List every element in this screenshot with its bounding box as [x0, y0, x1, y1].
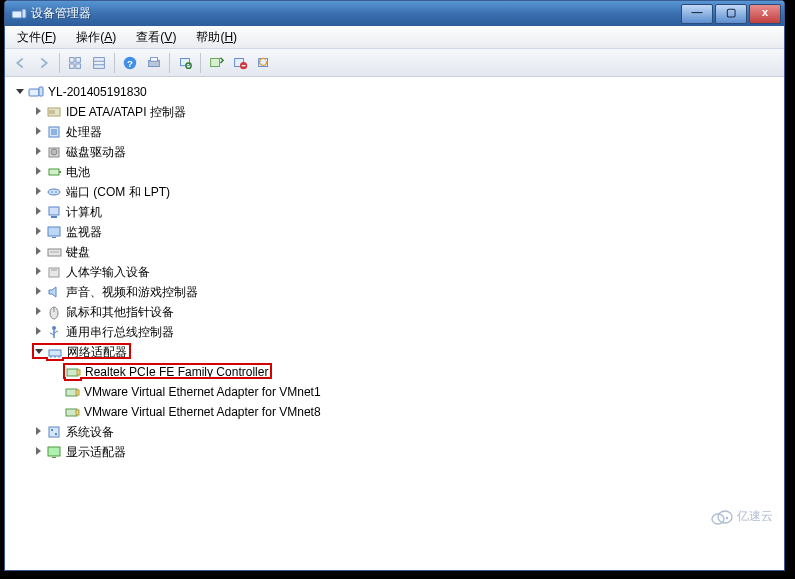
tree-node-label: 通用串行总线控制器	[66, 325, 174, 339]
svg-rect-28	[49, 169, 59, 175]
tree-node[interactable]: 监视器	[33, 221, 778, 241]
expand-arrow-icon[interactable]	[33, 126, 44, 137]
svg-rect-39	[49, 268, 59, 277]
tree-node-label: 声音、视频和游戏控制器	[66, 285, 198, 299]
svg-rect-6	[94, 57, 105, 68]
expand-arrow-icon[interactable]	[33, 186, 44, 197]
tree-node[interactable]: IDE ATA/ATAPI 控制器	[33, 101, 778, 121]
tree-root[interactable]: YL-201405191830	[15, 81, 778, 101]
svg-rect-58	[55, 433, 57, 435]
tree-node[interactable]: 电池	[33, 161, 778, 181]
svg-rect-35	[48, 227, 60, 236]
toolbar-separator	[169, 53, 170, 73]
expand-arrow-icon[interactable]	[34, 346, 45, 357]
tree-node[interactable]: 鼠标和其他指针设备	[33, 301, 778, 321]
svg-rect-29	[59, 171, 61, 173]
menu-action[interactable]: 操作(A)	[68, 27, 124, 48]
menu-view[interactable]: 查看(V)	[128, 27, 184, 48]
expand-arrow-icon[interactable]	[33, 106, 44, 117]
tree-leaf[interactable]: Realtek PCIe FE Family Controller	[51, 361, 778, 381]
view-details-icon[interactable]	[88, 52, 110, 74]
svg-rect-54	[66, 409, 77, 416]
tree-leaf[interactable]: VMware Virtual Ethernet Adapter for VMne…	[51, 381, 778, 401]
svg-rect-55	[76, 410, 79, 415]
tree-node[interactable]: 声音、视频和游戏控制器	[33, 281, 778, 301]
svg-rect-15	[211, 58, 220, 66]
svg-rect-23	[49, 110, 55, 114]
tree-node[interactable]: 系统设备	[33, 421, 778, 441]
minimize-button[interactable]: —	[681, 4, 713, 24]
svg-point-30	[48, 189, 60, 195]
close-button[interactable]: x	[749, 4, 781, 24]
tree-leaf-label: VMware Virtual Ethernet Adapter for VMne…	[84, 385, 321, 399]
tree-node[interactable]: 人体学输入设备	[33, 261, 778, 281]
tree-node[interactable]: 端口 (COM 和 LPT)	[33, 181, 778, 201]
tree-pane[interactable]: YL-201405191830IDE ATA/ATAPI 控制器处理器磁盘驱动器…	[5, 77, 784, 570]
tree-node-label: 磁盘驱动器	[66, 145, 126, 159]
expand-arrow-icon[interactable]	[33, 206, 44, 217]
tree-node[interactable]: 显示适配器	[33, 441, 778, 461]
expand-arrow-icon[interactable]	[33, 446, 44, 457]
tree-node[interactable]: 键盘	[33, 241, 778, 261]
tree-node[interactable]: 网络适配器	[33, 341, 778, 361]
tree-node[interactable]: 计算机	[33, 201, 778, 221]
svg-rect-25	[51, 129, 57, 135]
no-arrow	[51, 366, 62, 377]
tree-node-label: 电池	[66, 165, 90, 179]
no-arrow	[51, 386, 62, 397]
svg-rect-20	[29, 89, 39, 96]
app-icon	[11, 6, 27, 22]
svg-rect-51	[77, 370, 80, 375]
expand-arrow-icon[interactable]	[33, 226, 44, 237]
expand-arrow-icon[interactable]	[33, 286, 44, 297]
expand-arrow-icon[interactable]	[33, 246, 44, 257]
menubar: 文件(F) 操作(A) 查看(V) 帮助(H)	[5, 26, 784, 49]
tree-node-label: 端口 (COM 和 LPT)	[66, 185, 170, 199]
svg-rect-57	[51, 429, 53, 431]
disable-device-icon[interactable]	[253, 52, 275, 74]
expand-arrow-icon[interactable]	[33, 266, 44, 277]
update-driver-icon[interactable]	[205, 52, 227, 74]
no-arrow	[51, 406, 62, 417]
tree-node[interactable]: 磁盘驱动器	[33, 141, 778, 161]
tree-node[interactable]: 处理器	[33, 121, 778, 141]
svg-rect-34	[51, 216, 57, 218]
help-icon[interactable]: ?	[119, 52, 141, 74]
svg-rect-46	[49, 350, 61, 356]
svg-point-27	[51, 149, 57, 155]
expand-arrow-icon[interactable]	[33, 146, 44, 157]
svg-point-31	[51, 191, 53, 193]
expand-arrow-icon[interactable]	[15, 86, 26, 97]
scan-hardware-icon[interactable]	[174, 52, 196, 74]
maximize-button[interactable]: ▢	[715, 4, 747, 24]
svg-rect-3	[76, 57, 80, 61]
expand-arrow-icon[interactable]	[33, 306, 44, 317]
svg-rect-21	[39, 87, 43, 96]
tree-node[interactable]: 通用串行总线控制器	[33, 321, 778, 341]
svg-rect-12	[150, 57, 157, 61]
view-large-icons-icon[interactable]	[64, 52, 86, 74]
svg-point-63	[726, 516, 728, 518]
window-title: 设备管理器	[31, 5, 680, 22]
menu-file[interactable]: 文件(F)	[9, 27, 64, 48]
toolbar-separator	[114, 53, 115, 73]
svg-rect-5	[76, 63, 80, 67]
svg-rect-60	[52, 457, 56, 458]
uninstall-device-icon[interactable]	[229, 52, 251, 74]
tree-node-label: 处理器	[66, 125, 102, 139]
svg-rect-53	[76, 390, 79, 395]
svg-rect-13	[181, 58, 190, 65]
tree-node-label: 系统设备	[66, 425, 114, 439]
expand-arrow-icon[interactable]	[33, 326, 44, 337]
tree-node-label: 键盘	[66, 245, 90, 259]
expand-arrow-icon[interactable]	[33, 166, 44, 177]
tree-node-label: 人体学输入设备	[66, 265, 150, 279]
menu-help[interactable]: 帮助(H)	[188, 27, 245, 48]
tree-leaf[interactable]: VMware Virtual Ethernet Adapter for VMne…	[51, 401, 778, 421]
svg-rect-50	[67, 369, 78, 376]
tree-node-label: 监视器	[66, 225, 102, 239]
print-icon[interactable]	[143, 52, 165, 74]
svg-rect-59	[48, 447, 60, 456]
expand-arrow-icon[interactable]	[33, 426, 44, 437]
svg-rect-0	[12, 11, 22, 18]
